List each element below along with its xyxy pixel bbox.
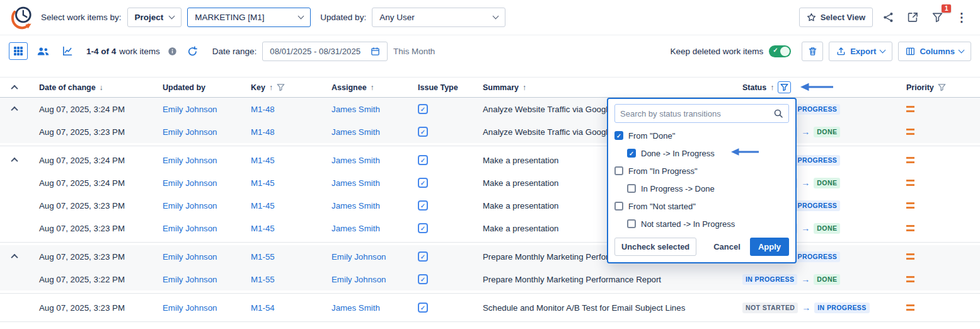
header-status[interactable]: Status↑ xyxy=(732,81,896,93)
key-link[interactable]: M1-45 xyxy=(251,156,275,165)
table-row: Aug 07, 2025, 3:23 PM Emily Johnson M1-4… xyxy=(0,120,980,143)
checkbox-unchecked-icon[interactable] xyxy=(627,219,636,228)
export-button[interactable]: Export xyxy=(829,42,892,61)
assignee-link[interactable]: James Smith xyxy=(331,303,380,313)
updated-by-link[interactable]: Emily Johnson xyxy=(163,252,217,262)
status-search-input[interactable] xyxy=(620,109,773,118)
group-divider xyxy=(0,291,980,296)
key-link[interactable]: M1-45 xyxy=(251,201,275,211)
key-link[interactable]: M1-55 xyxy=(251,275,275,284)
select-view-button[interactable]: Select View xyxy=(799,8,873,27)
checkbox-unchecked-icon[interactable] xyxy=(614,202,623,211)
updated-by-link[interactable]: Emily Johnson xyxy=(163,127,217,137)
uncheck-selected-button[interactable]: Uncheck selected xyxy=(614,238,696,256)
key-link[interactable]: M1-45 xyxy=(251,178,275,188)
sort-asc-icon[interactable]: ↑ xyxy=(371,83,374,92)
collapse-group-icon[interactable] xyxy=(11,158,18,163)
filter-item-notstarted-to-inprogress[interactable]: Not started -> In Progress xyxy=(614,215,789,233)
group-divider xyxy=(0,143,980,149)
key-link[interactable]: M1-54 xyxy=(251,303,275,313)
key-link[interactable]: M1-55 xyxy=(251,252,275,262)
sort-asc-icon[interactable]: ↑ xyxy=(522,83,526,92)
collapse-group-icon[interactable] xyxy=(11,254,18,259)
checkbox-unchecked-icon[interactable] xyxy=(627,184,636,193)
assignee-link[interactable]: James Smith xyxy=(331,156,380,165)
header-priority[interactable]: Priority xyxy=(896,83,980,92)
updated-by-link[interactable]: Emily Johnson xyxy=(163,201,217,211)
header-assignee[interactable]: Assignee↑ xyxy=(321,83,408,92)
table-row: Aug 07, 2025, 3:23 PM Emily Johnson M1-5… xyxy=(0,245,980,268)
people-view-button[interactable] xyxy=(33,42,52,60)
updated-by-link[interactable]: Emily Johnson xyxy=(163,105,217,114)
header-date-of-change[interactable]: Date of change↓ xyxy=(29,83,153,92)
sort-asc-icon[interactable]: ↑ xyxy=(770,83,774,92)
table-view-button[interactable] xyxy=(9,42,28,60)
table-row: Aug 07, 2025, 3:23 PM Emily Johnson M1-4… xyxy=(0,217,980,240)
chart-view-button[interactable] xyxy=(58,42,77,60)
updated-by-dropdown[interactable]: Any User xyxy=(372,8,505,27)
key-link[interactable]: M1-48 xyxy=(251,105,275,114)
date-of-change: Aug 07, 2025, 3:22 PM xyxy=(29,275,153,284)
sort-desc-icon[interactable]: ↓ xyxy=(100,83,103,92)
filter-item-inprogress-to-done[interactable]: In Progress -> Done xyxy=(614,180,789,197)
filter-item-from-notstarted[interactable]: From "Not started" xyxy=(614,197,789,215)
table-row: Aug 07, 2025, 3:23 PM Emily Johnson M1-4… xyxy=(0,194,980,217)
key-link[interactable]: M1-48 xyxy=(251,127,275,137)
task-issue-type-icon xyxy=(418,104,428,114)
sort-asc-icon[interactable]: ↑ xyxy=(269,83,273,92)
checkbox-unchecked-icon[interactable] xyxy=(614,166,623,175)
cancel-button[interactable]: Cancel xyxy=(713,242,741,251)
updated-by-link[interactable]: Emily Johnson xyxy=(163,275,217,284)
apply-button[interactable]: Apply xyxy=(750,238,789,256)
status-search-box[interactable] xyxy=(614,104,789,123)
assignee-link[interactable]: James Smith xyxy=(331,178,380,188)
delete-button[interactable] xyxy=(802,42,823,61)
header-updated-by[interactable]: Updated by xyxy=(153,83,241,92)
app-logo-icon xyxy=(9,4,35,32)
status-filter-icon-active[interactable] xyxy=(778,81,791,93)
filter-item-from-done[interactable]: From "Done" xyxy=(614,127,789,144)
header-summary[interactable]: Summary↑ xyxy=(473,83,732,92)
status-to-badge: DONE xyxy=(814,223,840,234)
priority-filter-icon[interactable] xyxy=(938,83,946,91)
priority-medium-icon xyxy=(906,202,914,209)
more-menu-button[interactable]: ⋮ xyxy=(952,8,971,27)
collapse-group-icon[interactable] xyxy=(11,107,18,112)
columns-button[interactable]: Columns xyxy=(898,42,971,61)
assignee-link[interactable]: James Smith xyxy=(331,127,380,137)
refresh-button[interactable] xyxy=(185,42,200,61)
assignee-link[interactable]: Emily Johnson xyxy=(331,252,386,262)
assignee-link[interactable]: Emily Johnson xyxy=(331,275,386,284)
applied-filters-button[interactable]: 1 xyxy=(928,8,947,27)
project-dropdown[interactable]: MARKETING [M1] xyxy=(187,8,311,27)
header-key[interactable]: Key↑ xyxy=(241,83,321,92)
priority-medium-icon xyxy=(906,225,914,231)
info-button[interactable] xyxy=(166,42,180,61)
date-of-change: Aug 07, 2025, 3:23 PM xyxy=(29,201,153,211)
assignee-link[interactable]: James Smith xyxy=(331,224,380,233)
updated-by-link[interactable]: Emily Johnson xyxy=(163,156,217,165)
date-range-input[interactable]: 08/01/2025 - 08/31/2025 xyxy=(262,42,388,61)
select-view-label: Select View xyxy=(821,13,865,22)
select-by-value: Project xyxy=(135,13,164,22)
collapse-all-icon[interactable] xyxy=(11,85,18,90)
assignee-link[interactable]: James Smith xyxy=(331,105,380,114)
keep-deleted-toggle[interactable] xyxy=(769,45,791,57)
assignee-link[interactable]: James Smith xyxy=(331,201,380,211)
work-items-count-suffix: work items xyxy=(119,47,160,56)
select-by-dropdown[interactable]: Project xyxy=(127,8,182,27)
header-label: Status xyxy=(742,83,766,92)
key-link[interactable]: M1-45 xyxy=(251,224,275,233)
header-issue-type[interactable]: Issue Type xyxy=(408,83,473,92)
filter-item-from-inprogress[interactable]: From "In Progress" xyxy=(614,162,789,180)
updated-by-link[interactable]: Emily Johnson xyxy=(163,178,217,188)
filter-item-done-to-inprogress[interactable]: Done -> In Progress xyxy=(614,144,789,162)
share-button[interactable] xyxy=(879,8,897,27)
checkbox-checked-icon[interactable] xyxy=(614,131,623,140)
updated-by-link[interactable]: Emily Johnson xyxy=(163,224,217,233)
updated-by-link[interactable]: Emily Johnson xyxy=(163,303,217,313)
history-table: Date of change↓ Updated by Key↑ Assignee… xyxy=(0,77,980,325)
open-in-new-button[interactable] xyxy=(903,8,922,27)
checkbox-checked-icon[interactable] xyxy=(627,149,636,158)
key-filter-icon[interactable] xyxy=(277,83,285,91)
